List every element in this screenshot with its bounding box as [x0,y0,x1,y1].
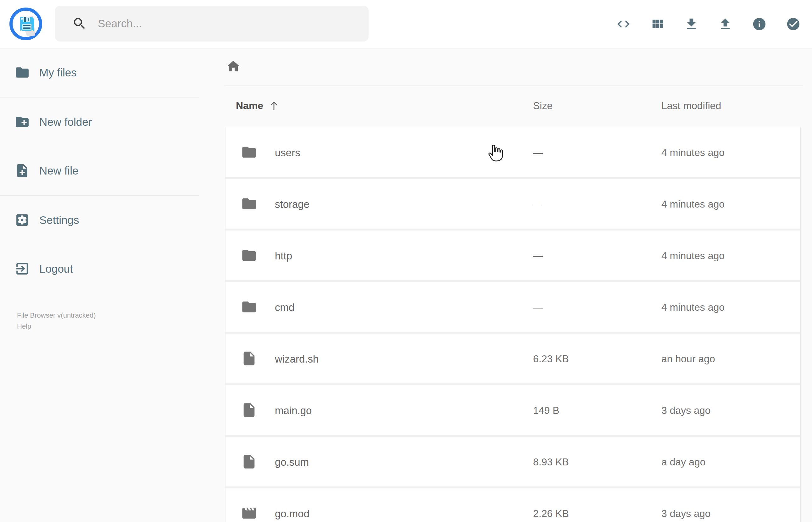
app-logo[interactable] [9,7,42,40]
file-size: 6.23 KB [533,353,569,365]
file-icon [241,454,257,470]
table-row-users[interactable]: users — 4 minutes ago [225,127,800,177]
file-size: 2.26 KB [533,508,569,520]
file-listing: users — 4 minutes ago storage — 4 minute… [225,127,801,522]
folder-icon [241,144,257,160]
logout-icon [15,261,30,276]
folder-icon [241,196,257,212]
movie-icon [241,505,257,521]
create-new-folder-icon [15,114,30,129]
file-modified: 4 minutes ago [662,147,725,159]
folder-icon [241,247,257,263]
file-name: wizard.sh [275,353,319,365]
sidebar: My files New folder New file Settings Lo… [0,48,199,522]
file-size: 8.93 KB [533,456,569,468]
file-name: go.sum [275,456,309,468]
folder-icon [241,196,257,212]
new-file-icon [15,163,30,178]
main-content: Name Size Last modified users — 4 minute… [199,48,812,522]
search-bar [55,6,369,41]
sidebar-item-label: My files [39,66,77,79]
sidebar-item-label: Settings [39,214,79,226]
sidebar-item-settings[interactable]: Settings [0,196,199,244]
file-name: http [275,250,292,262]
movie-icon [241,505,257,521]
sidebar-item-new-folder[interactable]: New folder [0,98,199,146]
upload-icon[interactable] [718,17,733,32]
folder-icon [15,65,30,80]
version-link[interactable]: File Browser v(untracked) [17,310,96,321]
folder-icon [241,247,257,263]
search-input[interactable] [97,17,350,30]
download-icon[interactable] [684,17,699,32]
file-icon [241,350,257,367]
file-size: — [533,302,543,313]
file-size: — [533,198,543,210]
code-view-icon[interactable] [616,17,631,32]
help-link[interactable]: Help [17,321,96,332]
file-icon [241,402,257,418]
file-modified: 4 minutes ago [662,198,725,210]
file-modified: an hour ago [662,353,715,365]
file-modified: 4 minutes ago [662,302,725,313]
column-header-size[interactable]: Size [533,100,552,112]
sidebar-item-label: New file [39,164,78,177]
sort-ascending-icon [268,99,280,112]
floppy-disk-logo-icon [9,7,42,40]
file-name: storage [275,198,309,210]
select-multiple-icon[interactable] [786,17,801,32]
folder-icon [241,144,257,160]
table-row-cmd[interactable]: cmd — 4 minutes ago [225,280,800,332]
file-name: go.mod [275,508,309,520]
file-modified: 4 minutes ago [662,250,725,262]
table-row-http[interactable]: http — 4 minutes ago [225,228,800,280]
settings-icon [15,212,30,228]
file-modified: a day ago [662,456,706,468]
column-header-modified[interactable]: Last modified [662,100,721,112]
file-modified: 3 days ago [662,508,711,520]
table-row-wizard.sh[interactable]: wizard.sh 6.23 KB an hour ago [225,332,800,383]
file-name: cmd [275,302,295,314]
sidebar-item-label: New folder [39,116,92,128]
file-size: — [533,250,543,262]
search-icon [72,16,87,31]
sidebar-item-new-file[interactable]: New file [0,146,199,195]
file-name: main.go [275,405,312,417]
column-header-name[interactable]: Name [236,99,280,112]
header-actions [616,0,801,48]
breadcrumb-home-button[interactable] [226,59,241,74]
grid-view-icon[interactable] [650,17,665,32]
file-icon [241,454,257,470]
sidebar-item-label: Logout [39,263,73,275]
file-size: 149 B [533,405,560,416]
file-size: — [533,147,543,159]
file-name: users [275,147,300,159]
table-row-go.mod[interactable]: go.mod 2.26 KB 3 days ago [225,486,800,522]
table-row-storage[interactable]: storage — 4 minutes ago [225,177,800,228]
file-icon [241,350,257,367]
folder-icon [241,299,257,315]
sidebar-item-logout[interactable]: Logout [0,244,199,293]
file-modified: 3 days ago [662,405,711,416]
sidebar-item-my-files[interactable]: My files [0,48,199,97]
listing-header: Name Size Last modified [199,99,812,115]
folder-icon [241,299,257,315]
sidebar-footer: File Browser v(untracked) Help [17,310,96,332]
info-icon[interactable] [752,17,767,32]
file-icon [241,402,257,418]
table-row-main.go[interactable]: main.go 149 B 3 days ago [225,383,800,435]
top-bar [0,0,812,48]
home-icon [226,59,241,74]
breadcrumb-divider [224,85,803,86]
table-row-go.sum[interactable]: go.sum 8.93 KB a day ago [225,435,800,486]
